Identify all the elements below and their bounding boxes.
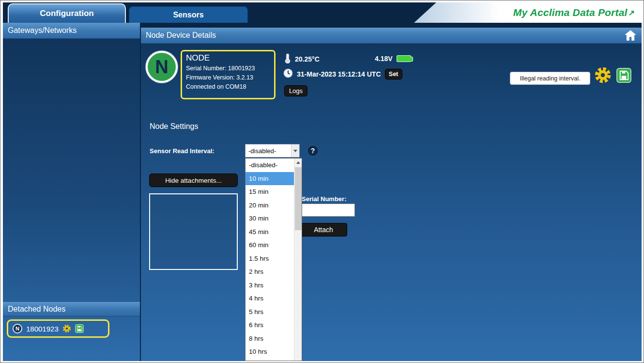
interval-option[interactable]: 3 hrs (245, 279, 294, 292)
interval-option[interactable]: -disabled- (245, 158, 294, 172)
chevron-down-icon[interactable] (291, 144, 299, 157)
gateways-networks-header: Gateways/Networks (3, 23, 140, 39)
top-tab-bar: My Acclima Data Portal ↗ Configuration S… (3, 2, 642, 23)
clock-icon (283, 68, 293, 80)
interval-option[interactable]: 60 min (245, 238, 294, 252)
tab-configuration[interactable]: Configuration (8, 3, 126, 23)
main-header-title: Node Device Details (146, 31, 216, 40)
scrollbar-thumb[interactable] (295, 167, 302, 230)
attach-serial-label: Serial Number: (302, 195, 346, 203)
node-settings-gear-icon[interactable] (62, 324, 71, 333)
interval-help-button[interactable]: ? (307, 145, 319, 157)
detached-node-item[interactable]: N 18001923 (7, 319, 109, 338)
node-connection-line: Connected on COM18 (186, 82, 270, 92)
interval-option[interactable]: 6 hrs (245, 318, 294, 332)
node-name: NODE (186, 53, 270, 63)
voltage-value: 4.18V (375, 55, 393, 63)
acclima-node-logo: N (146, 51, 178, 83)
logs-button[interactable]: Logs (284, 85, 307, 96)
temperature-value: 20.25°C (295, 55, 320, 63)
interval-option[interactable]: 20 min (245, 199, 294, 212)
interval-dropdown-list: -disabled-10 min15 min20 min30 min45 min… (245, 158, 302, 361)
main-panel: Node Device Details N NODE Serial Number… (141, 23, 642, 361)
home-icon[interactable] (624, 30, 637, 41)
node-settings-title: Node Settings (150, 122, 199, 131)
main-top-gap (141, 23, 642, 28)
tab-sensors[interactable]: Sensors (129, 6, 248, 23)
app-window: My Acclima Data Portal ↗ Configuration S… (0, 0, 644, 363)
device-settings-gear-icon[interactable] (594, 66, 612, 84)
sensor-read-interval-select[interactable]: -disabled- (245, 144, 300, 158)
set-time-button[interactable]: Set (385, 69, 402, 79)
portal-link[interactable]: My Acclima Data Portal (513, 7, 628, 18)
sensor-read-interval-label: Sensor Read Interval: (150, 147, 215, 155)
detached-node-serial: 18001923 (26, 325, 59, 333)
attach-serial-input[interactable] (301, 204, 355, 217)
node-info-box: NODE Serial Number: 18001923 Firmware Ve… (181, 50, 276, 99)
interval-option[interactable]: 8 hrs (245, 332, 294, 346)
detached-nodes-header: Detached Nodes (3, 302, 140, 316)
interval-option[interactable]: 1.5 hrs (245, 252, 294, 266)
datetime-row: 31-Mar-2023 15:12:14 UTC Set (283, 68, 402, 80)
node-circle-icon: N (13, 324, 22, 333)
battery-icon (397, 55, 411, 62)
node-serial-line: Serial Number: 18001923 (186, 64, 270, 73)
interval-current-value: -disabled- (245, 147, 291, 155)
voltage-row: 4.18V (375, 55, 411, 63)
hide-attachments-button[interactable]: Hide attachments... (149, 174, 238, 187)
attach-button[interactable]: Attach (300, 223, 347, 237)
interval-option[interactable]: 10 min (245, 172, 294, 186)
brand-banner: My Acclima Data Portal ↗ (414, 2, 642, 23)
node-device-details-header: Node Device Details (141, 28, 642, 44)
thermometer-icon (283, 53, 292, 65)
interval-option[interactable]: 5 hrs (245, 305, 294, 319)
datetime-value: 31-Mar-2023 15:12:14 UTC (297, 70, 381, 78)
interval-option[interactable]: 30 min (245, 212, 294, 225)
temperature-row: 20.25°C (283, 53, 320, 65)
interval-option[interactable]: 2 hrs (245, 265, 294, 279)
dropdown-scrollbar[interactable] (294, 158, 302, 361)
node-firmware-line: Firmware Version: 3.2.13 (186, 73, 270, 82)
interval-option[interactable]: 4 hrs (245, 292, 294, 305)
attachments-box (149, 193, 238, 270)
illegal-interval-warning: Illegal reading interval. (510, 72, 590, 85)
device-save-icon[interactable] (616, 68, 631, 83)
node-save-icon[interactable] (75, 324, 84, 333)
scroll-up-arrow-icon[interactable] (294, 158, 302, 167)
interval-option[interactable]: 45 min (245, 225, 294, 239)
external-link-arrow-icon: ↗ (629, 8, 635, 17)
interval-option[interactable]: 10 hrs (245, 345, 294, 359)
interval-option[interactable]: 15 min (245, 185, 294, 199)
sidebar: Gateways/Networks Detached Nodes N 18001… (3, 23, 140, 361)
